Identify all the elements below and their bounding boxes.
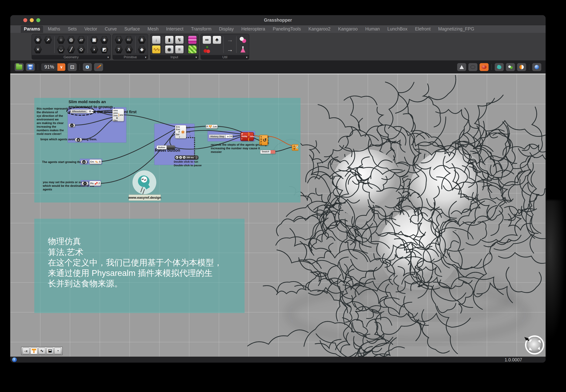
line-param-icon[interactable]: ╱	[67, 45, 75, 54]
text-param-icon[interactable]: A	[125, 45, 133, 54]
scribble-icon[interactable]: ∿∿	[152, 45, 161, 54]
brep-param-icon[interactable]: ◩	[100, 45, 108, 54]
arc-param-icon[interactable]: ◑	[115, 36, 123, 44]
hidden-preview-button[interactable]	[468, 63, 477, 71]
null-param-icon[interactable]: ×	[34, 45, 42, 54]
wireframe-preview-button[interactable]	[457, 63, 466, 71]
camera-navball[interactable]	[521, 332, 546, 355]
zoom-dropdown-button[interactable]: ∨	[57, 63, 65, 71]
population-component[interactable]: P Loc	[206, 125, 218, 128]
group-label-primitive[interactable]: Primitive▾	[113, 55, 148, 59]
geometry-param[interactable]: ◇	[69, 124, 75, 127]
shaded-preview-button[interactable]	[479, 63, 489, 71]
selected-preview-button[interactable]	[506, 63, 515, 71]
paint-tool-button[interactable]	[30, 348, 37, 354]
food-component[interactable]: Pts F	[89, 181, 101, 186]
wire-tool-button[interactable]: ∿	[38, 348, 45, 354]
relay-white-icon[interactable]: →	[226, 45, 234, 54]
zoom-control[interactable]: 91% ∨	[41, 63, 65, 71]
close-button[interactable]	[23, 18, 27, 22]
boolean-toggle-icon[interactable]: ▮	[165, 36, 174, 44]
null-param[interactable]: ×	[82, 182, 89, 185]
tab-panelingtools[interactable]: PanelingTools	[269, 26, 304, 33]
button-bar[interactable]	[167, 145, 175, 149]
title-bar[interactable]: Grasshopper	[10, 15, 546, 25]
custom-preview-component[interactable]: GM	[292, 144, 299, 151]
colour-swatch-icon[interactable]	[188, 45, 197, 54]
preview-visibility-button[interactable]	[83, 63, 92, 71]
tab-maths[interactable]: Maths	[45, 26, 63, 33]
group-label-input[interactable]: Input▾	[150, 55, 198, 59]
galapagos-icon[interactable]: ∞	[203, 36, 211, 44]
overlay-preview-button[interactable]	[517, 63, 526, 71]
vector-param-icon[interactable]: ↗	[44, 36, 52, 44]
box-param-icon[interactable]: ▣	[90, 36, 98, 44]
path-param-icon[interactable]: ◈	[138, 45, 146, 54]
xresolution-slider[interactable]: XResolution 55◆	[70, 110, 93, 113]
interpolate-component[interactable]: VDPK ↺ CLD	[259, 135, 268, 145]
document-preview-button[interactable]	[495, 63, 504, 71]
tab-magnetizing_fpg[interactable]: Magnetizing_FPG	[435, 26, 477, 33]
value-list-icon[interactable]: ≡	[175, 45, 184, 54]
flask-icon[interactable]	[238, 45, 247, 54]
circle-param-icon[interactable]: ○	[57, 36, 65, 44]
tab-mesh[interactable]: Mesh	[144, 26, 162, 33]
curve-param-icon[interactable]: ◡	[57, 45, 65, 54]
tab-intersect[interactable]: Intersect	[163, 26, 187, 33]
sketch-tool-button[interactable]	[94, 63, 103, 71]
graph-mapper-icon[interactable]: ↯	[175, 36, 184, 44]
tab-surface[interactable]: Surface	[121, 26, 143, 33]
group-label-geometry[interactable]: Geometry▾	[32, 55, 110, 59]
clock-icon[interactable]: ◷	[179, 156, 182, 159]
tab-kangaroo2[interactable]: Kangaroo2	[305, 26, 334, 33]
info-icon[interactable]: !	[12, 357, 17, 362]
toggle-tool-button[interactable]: ◧	[46, 348, 53, 354]
datatree-param-icon[interactable]: ⋔	[138, 36, 146, 44]
tab-curve[interactable]: Curve	[102, 26, 120, 33]
group-label-util[interactable]: Util▾	[201, 55, 249, 59]
trail-component[interactable]: PHisStpr )( TrPts	[240, 132, 254, 141]
open-file-button[interactable]	[15, 63, 24, 71]
spiral-param-icon[interactable]: ◎	[67, 36, 75, 44]
zoom-extents-button[interactable]: ⊡	[68, 63, 77, 71]
plane-param-icon[interactable]: ▱	[77, 36, 85, 44]
tab-sets[interactable]: Sets	[64, 26, 80, 33]
point-param-icon[interactable]: ⊕	[34, 36, 42, 44]
tab-kangaroo[interactable]: Kangaroo	[335, 26, 361, 33]
tab-lunchbox[interactable]: LunchBox	[384, 26, 411, 33]
cherry-picker-icon[interactable]	[203, 45, 211, 54]
tab-vector[interactable]: Vector	[81, 26, 100, 33]
expression-tool-button[interactable]: -x	[23, 348, 30, 354]
pointcloud-param-icon[interactable]: ∗	[100, 36, 108, 44]
history-slider[interactable]: History Step ◆2333	[209, 135, 233, 138]
tab-human[interactable]: Human	[362, 26, 383, 33]
play-icon[interactable]: ▶	[176, 156, 178, 159]
emitter-component[interactable]: Crv ∿ E	[89, 159, 102, 164]
timer-tool-button[interactable]: ◔	[54, 348, 61, 354]
tab-elefront[interactable]: Elefront	[412, 26, 434, 33]
brep-param[interactable]: ◈	[75, 138, 82, 142]
symmetry-param-icon[interactable]: ◇	[77, 45, 85, 54]
tab-display[interactable]: Display	[216, 26, 237, 33]
tab-transform[interactable]: Transform	[188, 26, 215, 33]
slider-knob[interactable]: ◆	[92, 111, 93, 112]
physarealm-core-component[interactable]: EnvEmiFSetr ∗ CAFpopi	[175, 125, 186, 139]
minimize-button[interactable]	[30, 18, 34, 22]
number-param-icon[interactable]: 0.1	[125, 36, 133, 44]
env-component[interactable]: xresyreszresBObs env	[112, 109, 124, 121]
tab-heteroptera[interactable]: Heteroptera	[238, 26, 268, 33]
relay-gray-icon[interactable]: →	[226, 36, 234, 44]
control-knob-icon[interactable]: ◉	[165, 45, 174, 54]
swatch-color[interactable]	[270, 150, 275, 154]
number-slider-icon[interactable]: ↓	[152, 36, 161, 44]
save-file-button[interactable]	[26, 63, 35, 71]
jellybean-icon[interactable]	[238, 36, 247, 44]
target-icon[interactable]: ◎	[183, 156, 186, 159]
integer-param-icon[interactable]: 7	[115, 45, 123, 54]
curve-param[interactable]: ◎	[81, 160, 87, 164]
panel-icon[interactable]	[188, 36, 197, 44]
zoom-button[interactable]	[36, 18, 40, 22]
tree-icon[interactable]: ♣	[213, 36, 221, 44]
button-component[interactable]: Button	[156, 145, 175, 150]
slider-knob[interactable]: ◆	[227, 136, 229, 137]
